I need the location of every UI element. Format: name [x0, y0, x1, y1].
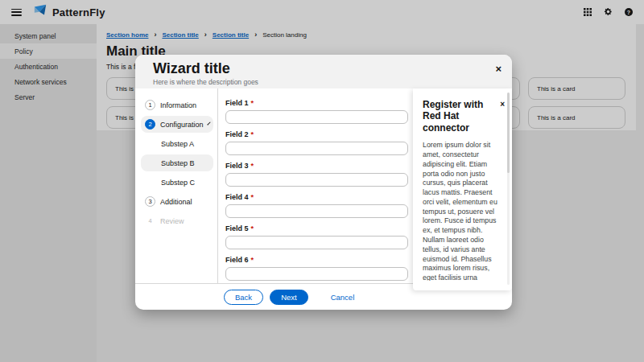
- back-button[interactable]: Back: [224, 290, 263, 305]
- field-3-input[interactable]: [225, 173, 408, 187]
- substep-label: Substep A: [161, 140, 194, 148]
- wizard-nav: 1 Information 2 Configuration Substep A …: [135, 88, 218, 283]
- required-indicator: *: [251, 162, 254, 170]
- field-4-input[interactable]: [225, 204, 408, 218]
- substep-label: Substep B: [161, 159, 195, 167]
- field-label: Field 2: [225, 130, 249, 138]
- step-label: Information: [160, 101, 196, 109]
- drawer-title: Register with Red Hat connector: [423, 99, 500, 134]
- chevron-down-icon: [207, 121, 210, 125]
- wizard-substep-c[interactable]: Substep C: [141, 174, 213, 191]
- wizard-step-additional[interactable]: 3 Additional: [141, 193, 213, 210]
- close-icon[interactable]: ×: [500, 101, 505, 109]
- field-6-input[interactable]: [225, 267, 408, 281]
- field-1-input[interactable]: [225, 110, 408, 124]
- required-indicator: *: [251, 224, 254, 232]
- drawer-body: Lorem ipsum dolor sit amet, consectetur …: [423, 141, 503, 281]
- wizard-step-review: 4 Review: [141, 212, 213, 229]
- step-number: 2: [145, 119, 155, 130]
- step-label: Configuration: [160, 121, 204, 129]
- wizard-step-configuration[interactable]: 2 Configuration: [141, 116, 213, 133]
- wizard-substep-b[interactable]: Substep B: [141, 154, 213, 171]
- wizard-substep-a[interactable]: Substep A: [141, 135, 213, 152]
- step-number: 1: [145, 100, 155, 110]
- field-label: Field 6: [225, 256, 249, 264]
- field-5-input[interactable]: [225, 236, 408, 249]
- drawer-panel: Register with Red Hat connector × Lorem …: [413, 88, 512, 290]
- step-number: 3: [145, 196, 155, 207]
- required-indicator: *: [251, 193, 254, 201]
- close-icon[interactable]: ×: [495, 64, 502, 74]
- field-label: Field 1: [225, 99, 249, 107]
- wizard-step-information[interactable]: 1 Information: [141, 97, 213, 113]
- substep-label: Substep C: [161, 179, 195, 187]
- cancel-button[interactable]: Cancel: [320, 290, 365, 305]
- field-label: Field 3: [225, 162, 249, 170]
- drawer-paragraph: Lorem ipsum dolor sit amet, consectetur …: [423, 141, 503, 281]
- field-2-input[interactable]: [225, 142, 408, 155]
- field-label: Field 5: [225, 224, 249, 232]
- wizard-description: Here is where the description goes: [153, 78, 499, 86]
- scrollbar-thumb[interactable]: [507, 93, 510, 173]
- step-number: 4: [145, 216, 155, 226]
- required-indicator: *: [251, 256, 254, 264]
- step-label: Additional: [160, 198, 192, 206]
- required-indicator: *: [251, 130, 254, 138]
- wizard-title: Wizard title: [153, 60, 499, 77]
- wizard-header: Wizard title Here is where the descripti…: [135, 55, 512, 88]
- next-button[interactable]: Next: [270, 290, 308, 305]
- wizard-modal: Wizard title Here is where the descripti…: [135, 55, 512, 310]
- step-label: Review: [160, 217, 184, 225]
- field-label: Field 4: [225, 193, 249, 201]
- scrollbar[interactable]: [507, 93, 510, 285]
- required-indicator: *: [251, 99, 254, 107]
